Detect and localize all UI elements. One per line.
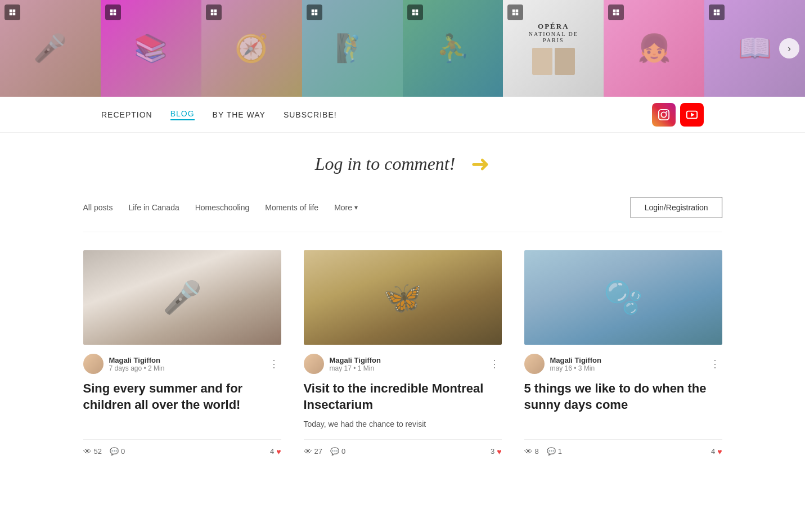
blog-card-author-1: Magali Tigiffon 7 days ago • 2 Min ⋮ — [83, 354, 281, 374]
svg-rect-25 — [617, 10, 619, 12]
view-count-2: 👁 27 — [304, 447, 322, 456]
category-life-in-canada[interactable]: Life in Canada — [128, 203, 179, 212]
nav-reception[interactable]: RECEPTION — [101, 110, 152, 119]
blog-title-2: Visit to the incredible Montreal Insecta… — [304, 381, 502, 413]
comment-count-2: 💬 0 — [330, 447, 345, 456]
author-name-3: Magali Tigiffon — [550, 356, 601, 364]
view-count-1: 👁 52 — [83, 447, 102, 456]
blog-card-image-2: 🦋 — [304, 250, 502, 345]
strip-item-7: 👧 — [604, 0, 704, 97]
strip-overlay-7 — [608, 4, 624, 20]
svg-rect-2 — [10, 13, 12, 16]
strip-item-1: 🎤 — [0, 0, 101, 97]
post-more-menu-3[interactable]: ⋮ — [708, 355, 722, 372]
arrow-decoration: ➜ — [471, 151, 490, 177]
strip-overlay-8 — [709, 4, 725, 20]
like-group-2[interactable]: 3 ♥ — [491, 447, 502, 456]
author-name-1: Magali Tigiffon — [109, 356, 165, 364]
comment-icon-3: 💬 — [547, 447, 556, 456]
strip-overlay-3 — [206, 4, 222, 20]
svg-rect-4 — [110, 10, 113, 12]
nav-links: RECEPTION BLOG BY THE WAY SUBSCRIBE! — [101, 109, 337, 120]
comment-icon: 💬 — [110, 447, 119, 456]
svg-rect-26 — [613, 13, 616, 16]
svg-rect-13 — [314, 10, 317, 12]
author-details-3: Magali Tigiffon may 16 • 3 Min — [550, 356, 601, 372]
eye-icon-2: 👁 — [304, 447, 312, 456]
nav-by-the-way[interactable]: BY THE WAY — [213, 110, 266, 119]
author-info-1: Magali Tigiffon 7 days ago • 2 Min — [83, 354, 165, 374]
stat-group-3: 👁 8 💬 1 — [524, 447, 562, 456]
post-more-menu-2[interactable]: ⋮ — [487, 355, 502, 372]
login-banner: Log in to comment! ➜ — [83, 133, 722, 188]
category-moments-of-life[interactable]: Moments of life — [265, 203, 318, 212]
svg-rect-19 — [415, 13, 418, 16]
author-details-1: Magali Tigiffon 7 days ago • 2 Min — [109, 356, 165, 372]
nav-subscribe[interactable]: SUBSCRIBE! — [284, 110, 337, 119]
svg-rect-28 — [714, 10, 717, 12]
blog-card-author-2: Magali Tigiffon may 17 • 1 Min ⋮ — [304, 354, 502, 374]
comment-count-3: 💬 1 — [547, 447, 562, 456]
svg-rect-21 — [516, 10, 519, 12]
blog-stats-3: 👁 8 💬 1 4 ♥ — [524, 439, 722, 456]
svg-rect-5 — [113, 10, 116, 12]
instagram-icon[interactable] — [652, 103, 676, 127]
svg-rect-24 — [613, 10, 616, 12]
blog-stats-1: 👁 52 💬 0 4 ♥ — [83, 439, 281, 456]
like-group-1[interactable]: 4 ♥ — [270, 447, 281, 456]
login-banner-text: Log in to comment! — [315, 154, 456, 174]
blog-grid: 🎤 Magali Tigiffon 7 days ago • 2 Min ⋮ S… — [83, 250, 722, 456]
comment-icon-2: 💬 — [330, 447, 339, 456]
svg-rect-23 — [516, 13, 519, 16]
svg-rect-7 — [113, 13, 116, 16]
navbar: RECEPTION BLOG BY THE WAY SUBSCRIBE! — [0, 97, 805, 133]
author-details-2: Magali Tigiffon may 17 • 1 Min — [330, 356, 381, 372]
svg-point-34 — [666, 111, 668, 112]
svg-rect-29 — [717, 10, 720, 12]
eye-icon-3: 👁 — [524, 447, 533, 456]
blog-card-image-1: 🎤 — [83, 250, 281, 345]
strip-next-arrow[interactable]: › — [779, 38, 799, 58]
blog-excerpt-2: Today, we had the chance to revisit — [304, 418, 502, 430]
svg-rect-16 — [412, 10, 415, 12]
svg-rect-12 — [311, 10, 314, 12]
eye-icon: 👁 — [83, 447, 92, 456]
blog-title-1: Sing every summer and for children all o… — [83, 381, 281, 413]
chevron-down-icon: ▾ — [354, 204, 358, 211]
svg-rect-11 — [214, 13, 217, 16]
post-more-menu-1[interactable]: ⋮ — [267, 355, 281, 372]
category-all-posts[interactable]: All posts — [83, 203, 113, 212]
strip-item-2: 📚 — [101, 0, 201, 97]
category-homeschooling[interactable]: Homeschooling — [195, 203, 250, 212]
svg-rect-0 — [10, 10, 12, 12]
svg-rect-10 — [211, 13, 214, 16]
more-dropdown[interactable]: More ▾ — [334, 203, 358, 212]
blog-card-3: 🫧 Magali Tigiffon may 16 • 3 Min ⋮ 5 thi… — [524, 250, 722, 456]
svg-rect-20 — [512, 10, 515, 12]
category-filter: All posts Life in Canada Homeschooling M… — [83, 188, 722, 232]
strip-overlay-1 — [5, 4, 20, 20]
nav-blog[interactable]: BLOG — [170, 109, 195, 120]
opera-logo: OPÉRA NATIONAL DE PARIS — [529, 22, 578, 75]
image-strip: 🎤 📚 🧭 🧗 ⛹ OPÉRA NATIONAL DE PARIS — [0, 0, 805, 97]
svg-rect-31 — [717, 13, 720, 16]
blog-stats-2: 👁 27 💬 0 3 ♥ — [304, 439, 502, 456]
login-registration-button[interactable]: Login/Registration — [631, 197, 722, 218]
main-content: Log in to comment! ➜ All posts Life in C… — [65, 133, 740, 456]
author-date-1: 7 days ago • 2 Min — [109, 364, 165, 372]
like-group-3[interactable]: 4 ♥ — [711, 447, 722, 456]
blog-card-author-3: Magali Tigiffon may 16 • 3 Min ⋮ — [524, 354, 722, 374]
strip-item-6: OPÉRA NATIONAL DE PARIS — [503, 0, 604, 97]
heart-icon-2: ♥ — [497, 447, 501, 456]
svg-rect-1 — [13, 10, 16, 12]
svg-rect-3 — [13, 13, 16, 16]
author-info-2: Magali Tigiffon may 17 • 1 Min — [304, 354, 381, 374]
svg-rect-30 — [714, 13, 717, 16]
svg-marker-36 — [691, 112, 694, 116]
youtube-icon[interactable] — [680, 103, 704, 127]
comment-count-1: 💬 0 — [110, 447, 125, 456]
author-date-2: may 17 • 1 Min — [330, 364, 381, 372]
author-name-2: Magali Tigiffon — [330, 356, 381, 364]
strip-item-5: ⛹ — [403, 0, 503, 97]
svg-rect-17 — [415, 10, 418, 12]
